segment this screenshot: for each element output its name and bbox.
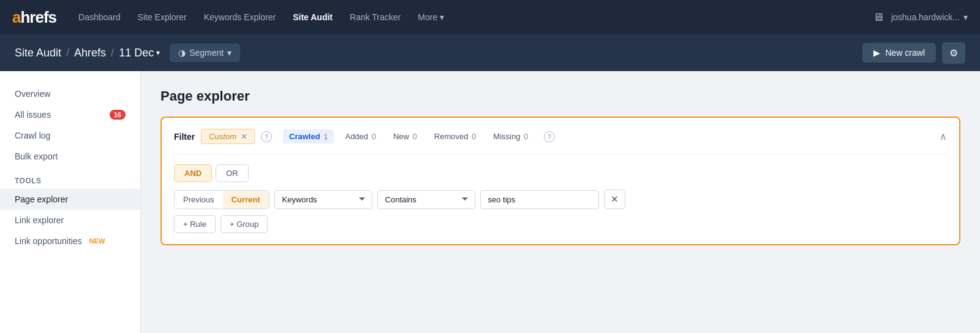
sidebar-item-overview[interactable]: Overview bbox=[0, 83, 140, 104]
breadcrumb-bar: Site Audit / Ahrefs / 11 Dec ▾ ◑ Segment… bbox=[0, 34, 980, 71]
chevron-down-icon: ▾ bbox=[440, 12, 444, 22]
page-title: Page explorer bbox=[160, 88, 960, 104]
condition-select[interactable]: Contains Does not contain Equals Starts … bbox=[377, 190, 475, 209]
filter-condition-row: Previous Current Keywords URL Title Desc… bbox=[174, 189, 947, 209]
play-icon: ▶ bbox=[873, 48, 880, 58]
monitor-icon[interactable]: 🖥 bbox=[873, 11, 884, 24]
collapse-filter-button[interactable]: ∧ bbox=[940, 131, 947, 142]
or-button[interactable]: OR bbox=[216, 164, 249, 182]
custom-filter-tag[interactable]: Custom ✕ bbox=[201, 129, 255, 144]
sidebar-item-page-explorer[interactable]: Page explorer bbox=[0, 189, 140, 210]
nav-links: Dashboard Site Explorer Keywords Explore… bbox=[71, 7, 868, 27]
nav-rank-tracker[interactable]: Rank Tracker bbox=[342, 7, 408, 27]
sidebar-item-crawl-log[interactable]: Crawl log bbox=[0, 125, 140, 146]
tabs-help-icon[interactable]: ? bbox=[544, 131, 555, 142]
pie-chart-icon: ◑ bbox=[178, 48, 186, 58]
new-badge: NEW bbox=[89, 237, 105, 245]
new-crawl-button[interactable]: ▶ New crawl bbox=[862, 43, 936, 63]
segment-button[interactable]: ◑ Segment ▾ bbox=[170, 44, 240, 62]
logic-buttons-row: AND OR bbox=[174, 164, 947, 182]
filter-box: Filter Custom ✕ ? Crawled 1 Added 0 New … bbox=[160, 117, 960, 245]
filter-tab-new[interactable]: New 0 bbox=[387, 129, 423, 144]
nav-keywords-explorer[interactable]: Keywords Explorer bbox=[197, 7, 284, 27]
filter-tab-added[interactable]: Added 0 bbox=[339, 129, 382, 144]
breadcrumb-date-dropdown[interactable]: 11 Dec ▾ bbox=[119, 47, 160, 59]
main-layout: Overview All issues 16 Crawl log Bulk ex… bbox=[0, 71, 980, 333]
nav-site-explorer[interactable]: Site Explorer bbox=[130, 7, 194, 27]
and-button[interactable]: AND bbox=[174, 164, 212, 182]
sidebar-item-link-explorer[interactable]: Link explorer bbox=[0, 210, 140, 231]
nav-right: 🖥 joshua.hardwick... ▾ bbox=[873, 11, 968, 24]
nav-more[interactable]: More ▾ bbox=[410, 7, 451, 27]
add-buttons-row: + Rule + Group bbox=[174, 215, 947, 233]
add-rule-button[interactable]: + Rule bbox=[174, 215, 216, 233]
chevron-down-icon: ▾ bbox=[963, 12, 968, 22]
all-issues-badge: 16 bbox=[110, 110, 126, 120]
sidebar-item-all-issues[interactable]: All issues 16 bbox=[0, 104, 140, 125]
filter-tab-removed[interactable]: Removed 0 bbox=[428, 129, 483, 144]
previous-button[interactable]: Previous bbox=[175, 191, 223, 209]
filter-top-row: Filter Custom ✕ ? Crawled 1 Added 0 New … bbox=[174, 129, 947, 155]
clear-custom-tag-button[interactable]: ✕ bbox=[240, 132, 247, 141]
breadcrumb: Site Audit / Ahrefs / 11 Dec ▾ bbox=[15, 47, 160, 59]
user-dropdown[interactable]: joshua.hardwick... ▾ bbox=[891, 12, 968, 22]
sidebar: Overview All issues 16 Crawl log Bulk ex… bbox=[0, 71, 141, 333]
filter-tab-crawled[interactable]: Crawled 1 bbox=[283, 129, 334, 144]
filter-body: AND OR Previous Current Keywords URL Tit… bbox=[174, 155, 947, 233]
tools-section-title: Tools bbox=[0, 167, 140, 189]
nav-dashboard[interactable]: Dashboard bbox=[71, 7, 128, 27]
sidebar-item-bulk-export[interactable]: Bulk export bbox=[0, 146, 140, 167]
previous-current-toggle: Previous Current bbox=[174, 190, 270, 209]
chevron-down-icon: ▾ bbox=[227, 48, 232, 58]
main-content: Page explorer Filter Custom ✕ ? Crawled … bbox=[141, 71, 980, 333]
chevron-down-icon: ▾ bbox=[156, 48, 160, 57]
breadcrumb-ahrefs: Ahrefs bbox=[74, 47, 106, 59]
top-nav: ahrefs Dashboard Site Explorer Keywords … bbox=[0, 0, 980, 34]
logo[interactable]: ahrefs bbox=[12, 8, 56, 27]
field-select[interactable]: Keywords URL Title Description Status co… bbox=[274, 190, 372, 209]
filter-value-input[interactable] bbox=[480, 190, 599, 209]
filter-tabs: Crawled 1 Added 0 New 0 Removed 0 Missin… bbox=[283, 129, 534, 144]
clear-filter-row-button[interactable]: ✕ bbox=[604, 189, 625, 209]
filter-help-icon[interactable]: ? bbox=[261, 131, 272, 142]
filter-label: Filter bbox=[174, 132, 195, 142]
breadcrumb-actions: ▶ New crawl ⚙ bbox=[862, 42, 965, 64]
filter-tab-missing[interactable]: Missing 0 bbox=[487, 129, 534, 144]
add-group-button[interactable]: + Group bbox=[221, 215, 268, 233]
current-button[interactable]: Current bbox=[223, 191, 269, 209]
nav-site-audit[interactable]: Site Audit bbox=[285, 7, 340, 27]
breadcrumb-site-audit: Site Audit bbox=[15, 47, 61, 59]
sidebar-item-link-opportunities[interactable]: Link opportunities NEW bbox=[0, 231, 140, 251]
settings-button[interactable]: ⚙ bbox=[942, 42, 965, 64]
